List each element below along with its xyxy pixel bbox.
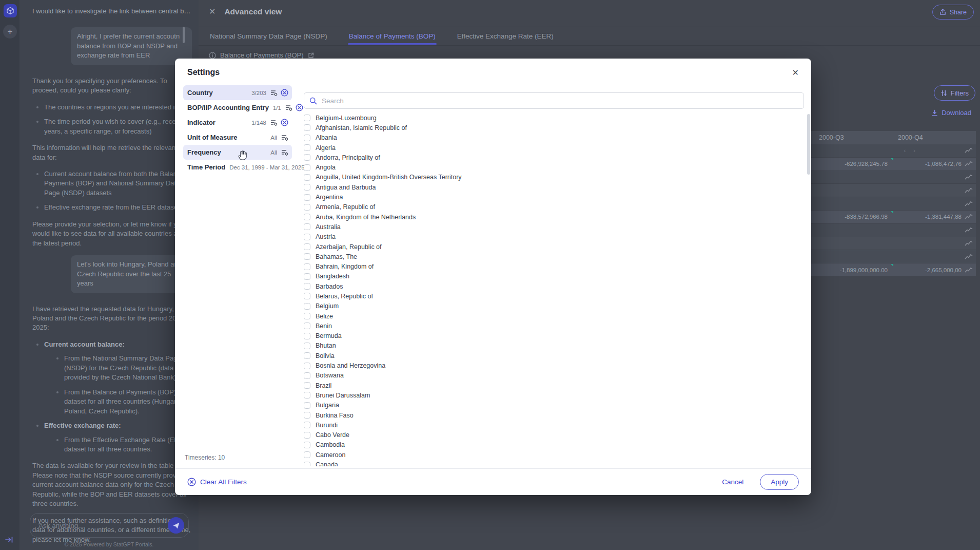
checkbox[interactable]: [304, 412, 310, 419]
country-option[interactable]: Cabo Verde: [304, 430, 804, 440]
sparkline-icon[interactable]: [962, 161, 976, 167]
checkbox[interactable]: [304, 352, 310, 359]
sparkline-icon[interactable]: [962, 201, 976, 207]
country-option[interactable]: Albania: [304, 133, 804, 143]
country-option[interactable]: Australia: [304, 222, 804, 232]
sparkline-icon[interactable]: [962, 174, 976, 180]
country-option[interactable]: Brazil: [304, 381, 804, 390]
download-button[interactable]: Download: [931, 109, 971, 117]
country-option[interactable]: Bangladesh: [304, 272, 804, 281]
country-option[interactable]: Brunei Darussalam: [304, 390, 804, 400]
tab-national-summary-data-page-nsdp-[interactable]: National Summary Data Page (NSDP): [209, 28, 328, 45]
country-option[interactable]: Cambodia: [304, 440, 804, 450]
table-pagination[interactable]: ‹ ›: [904, 147, 918, 154]
search-input[interactable]: Search: [304, 92, 804, 109]
cancel-button[interactable]: Cancel: [717, 475, 749, 489]
checkbox[interactable]: [304, 194, 310, 201]
country-option[interactable]: Angola: [304, 162, 804, 172]
country-option[interactable]: Argentina: [304, 192, 804, 202]
country-option[interactable]: Bermuda: [304, 331, 804, 341]
clear-filter-icon[interactable]: [281, 89, 288, 97]
sparkline-icon[interactable]: [962, 267, 976, 273]
checkbox[interactable]: [304, 135, 310, 141]
column-header[interactable]: 2000-Q4: [898, 134, 923, 141]
country-option[interactable]: Bahrain, Kingdom of: [304, 261, 804, 271]
send-button[interactable]: [168, 517, 184, 534]
checkbox[interactable]: [304, 234, 310, 240]
checkbox[interactable]: [304, 263, 310, 270]
checkbox[interactable]: [304, 442, 310, 448]
country-option[interactable]: Algeria: [304, 143, 804, 153]
checkbox[interactable]: [304, 293, 310, 299]
country-option[interactable]: Benin: [304, 321, 804, 331]
country-option[interactable]: Armenia, Republic of: [304, 202, 804, 212]
checkbox[interactable]: [304, 253, 310, 260]
checkbox[interactable]: [304, 422, 310, 428]
filter-row-indicator[interactable]: Indicator1/148: [183, 115, 292, 130]
country-option[interactable]: Bolivia: [304, 351, 804, 361]
sparkline-icon[interactable]: [962, 240, 976, 246]
country-option[interactable]: Barbados: [304, 281, 804, 291]
country-option[interactable]: Antigua and Barbuda: [304, 182, 804, 192]
sparkline-icon[interactable]: [962, 187, 976, 194]
checkbox[interactable]: [304, 223, 310, 230]
country-option[interactable]: Bahamas, The: [304, 252, 804, 261]
country-option[interactable]: Botswana: [304, 371, 804, 381]
checkbox[interactable]: [304, 313, 310, 319]
checkbox[interactable]: [304, 164, 310, 171]
apply-button[interactable]: Apply: [760, 474, 799, 490]
sparkline-icon[interactable]: [962, 214, 976, 220]
checkbox[interactable]: [304, 462, 310, 466]
share-button[interactable]: Share: [932, 5, 974, 20]
external-link-icon[interactable]: [308, 52, 314, 59]
checkbox[interactable]: [304, 204, 310, 211]
clear-filter-icon[interactable]: [281, 119, 288, 126]
sparkline-icon[interactable]: [962, 254, 976, 260]
country-option[interactable]: Belarus, Republic of: [304, 291, 804, 301]
list-scrollbar[interactable]: [807, 114, 810, 175]
checkbox[interactable]: [304, 273, 310, 280]
tab-balance-of-payments-bop-[interactable]: Balance of Payments (BOP): [348, 28, 437, 45]
country-option[interactable]: Belize: [304, 311, 804, 321]
new-chat-button[interactable]: +: [3, 25, 17, 39]
checkbox[interactable]: [304, 124, 310, 131]
checkbox[interactable]: [304, 243, 310, 250]
checkbox[interactable]: [304, 184, 310, 191]
checkbox[interactable]: [304, 323, 310, 329]
checkbox[interactable]: [304, 372, 310, 379]
filters-button[interactable]: Filters 5: [934, 85, 975, 101]
chat-scrollbar[interactable]: [183, 27, 185, 43]
checkbox[interactable]: [304, 214, 310, 220]
country-option[interactable]: Azerbaijan, Republic of: [304, 242, 804, 252]
country-option[interactable]: Bosnia and Herzegovina: [304, 361, 804, 370]
checkbox[interactable]: [304, 382, 310, 389]
country-option[interactable]: Aruba, Kingdom of the Netherlands: [304, 212, 804, 222]
country-option[interactable]: Burundi: [304, 420, 804, 430]
country-option[interactable]: Bulgaria: [304, 401, 804, 410]
sidebar-toggle-icon[interactable]: [5, 536, 14, 544]
chat-input[interactable]: Ask anything...: [30, 513, 189, 538]
country-option[interactable]: Austria: [304, 232, 804, 242]
filter-row-bop-iip-accounting-entry[interactable]: BOP/IIP Accounting Entry1/1: [183, 100, 292, 115]
country-option[interactable]: Anguilla, United Kingdom-British Oversea…: [304, 173, 804, 182]
checkbox[interactable]: [304, 432, 310, 439]
checkbox[interactable]: [304, 154, 310, 161]
checkbox[interactable]: [304, 144, 310, 151]
checkbox[interactable]: [304, 451, 310, 458]
filter-row-time-period[interactable]: Time PeriodDec 31, 1999 - Mar 31, 2025: [183, 160, 292, 175]
clear-all-filters-button[interactable]: Clear All Filters: [187, 478, 247, 486]
checkbox[interactable]: [304, 402, 310, 409]
clear-filter-icon[interactable]: [296, 104, 303, 111]
country-option[interactable]: Burkina Faso: [304, 410, 804, 420]
country-option[interactable]: Belgium-Luxembourg: [304, 113, 804, 123]
checkbox[interactable]: [304, 303, 310, 310]
sparkline-icon[interactable]: [962, 227, 976, 233]
checkbox[interactable]: [304, 115, 310, 121]
country-option[interactable]: Cameroon: [304, 450, 804, 460]
column-header[interactable]: 2000-Q3: [800, 134, 898, 141]
checkbox[interactable]: [304, 174, 310, 181]
dialog-close-icon[interactable]: ✕: [790, 66, 801, 80]
country-option[interactable]: Canada: [304, 460, 804, 466]
country-option[interactable]: Bhutan: [304, 341, 804, 351]
sparkline-icon[interactable]: [962, 147, 976, 154]
